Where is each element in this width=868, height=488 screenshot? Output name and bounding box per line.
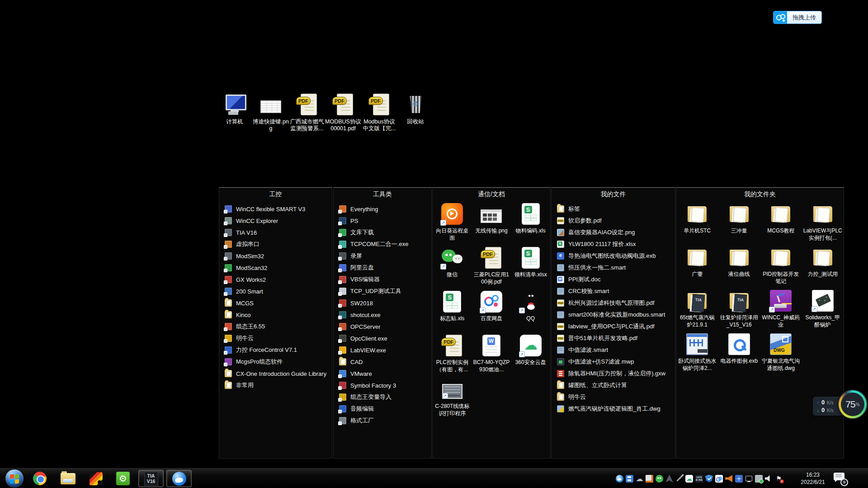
grid-item[interactable]: 微信 <box>433 246 472 290</box>
fence-title[interactable]: 我的文件 <box>552 188 675 200</box>
fence-item[interactable]: TCP_UDP测试工具 <box>339 285 429 297</box>
volume-icon[interactable] <box>765 475 773 483</box>
grid-item[interactable]: 三菱PLC应用100例.pdf <box>472 246 511 290</box>
clipboard-icon[interactable] <box>646 475 653 483</box>
fence-item[interactable]: 罐图纸、立式卧式计算 <box>557 379 673 391</box>
fence-item[interactable]: CRC校验.smart <box>557 285 673 297</box>
cloud-sync-icon[interactable]: ☁ <box>636 475 643 483</box>
taskbar-explorer-button[interactable] <box>58 469 78 488</box>
fence-item[interactable]: GX Works2 <box>225 274 330 285</box>
grid-item[interactable]: 宁夏银北电气沟通图纸.dwg <box>760 332 802 376</box>
grid-item[interactable]: 360安全云盘 <box>511 334 550 378</box>
fence-item[interactable]: OpcClient.exe <box>339 332 429 344</box>
action-center-flag-icon[interactable]: ⚑ <box>775 475 783 483</box>
grid-item[interactable]: C-280T线缆标识打印程序 <box>433 378 472 422</box>
fence-item[interactable]: smart200标准化实践新modbus.smart <box>557 309 673 321</box>
fence-item[interactable]: YLW1800 21117 报价.xlsx <box>557 238 673 250</box>
fence-item[interactable]: McgsPro组态软件 <box>225 356 330 368</box>
fence-item[interactable]: SW2018 <box>339 297 429 309</box>
fence-title[interactable]: 通信/文档 <box>433 188 550 200</box>
start-button[interactable] <box>5 469 24 488</box>
drag-upload-button[interactable]: 拖拽上传 <box>787 11 821 24</box>
fence-item[interactable]: 录屏 <box>339 250 429 262</box>
fence-item[interactable]: Kinco <box>225 309 330 321</box>
grid-item[interactable]: 卧式间接式热水锅炉菏泽2... <box>676 332 718 376</box>
desktop-icon[interactable]: 计算机 <box>217 93 253 132</box>
fence-item[interactable]: TIA V16 <box>225 227 330 238</box>
fence-item[interactable]: OPCServer <box>339 321 429 332</box>
grid-item[interactable]: LabVIEW与PLC实例打包(... <box>802 202 844 246</box>
desktop-icon[interactable]: Modbus协议中文版【完... <box>361 93 397 132</box>
fence-item[interactable]: 标签 <box>557 203 673 215</box>
fence-item[interactable]: 导热油电气图纸改电动阀电源.exb <box>557 250 673 262</box>
fence-item[interactable]: 200 Smart <box>225 285 330 297</box>
desktop-icon[interactable]: 广西城市燃气监测预警系... <box>289 93 325 132</box>
dark-arrow-icon[interactable] <box>665 475 673 483</box>
fence-item[interactable]: shotcut.exe <box>339 309 429 321</box>
fence-item[interactable]: WinCC Explorer <box>225 215 330 227</box>
fence-item[interactable]: ModScan32 <box>225 262 330 274</box>
desktop-icon[interactable]: MODBUS协议00001.pdf <box>325 93 361 132</box>
fence-panel[interactable]: 我的文件标签软启参数.pdf嘉信变频器AIAO设定.pngYLW1800 211… <box>551 187 675 459</box>
grid-item[interactable]: 力控_测试用 <box>802 246 844 289</box>
fence-item[interactable]: 杭州兴源过滤科技电气原理图.pdf <box>557 297 673 309</box>
fence-item[interactable]: 非常用 <box>225 379 330 391</box>
fence-item[interactable]: Everything <box>339 203 429 215</box>
fence-title[interactable]: 工控 <box>219 188 332 200</box>
notification-center-button[interactable]: 9 <box>834 473 846 483</box>
fence-item[interactable]: CX-One Introduction Guide Library <box>225 368 330 379</box>
taskbar-chrome-button[interactable] <box>30 469 50 488</box>
grid-item[interactable]: PID控制器开发笔记 <box>760 246 802 289</box>
fence-item[interactable]: 明牛云 <box>557 391 673 403</box>
fence-item[interactable]: 阿里云盘 <box>339 262 429 274</box>
grid-item[interactable]: 单片机STC <box>676 202 718 246</box>
fence-item[interactable]: CAD <box>339 356 429 368</box>
fence-panel[interactable]: 我的文件夹单片机STC三冲量MCGS教程LabVIEW与PLC实例打包(...广… <box>676 187 844 459</box>
grid-item[interactable]: 电器件图例.exb <box>718 332 760 376</box>
fence-item[interactable]: 嘉信变频器AIAO设定.png <box>557 227 673 238</box>
cloud-360-icon[interactable]: ☁ <box>685 475 693 483</box>
fence-item[interactable]: 明牛云 <box>225 332 330 344</box>
fence-item[interactable]: 恒压供水一拖二.smart <box>557 262 673 274</box>
fence-item[interactable]: PPI测试.doc <box>557 274 673 285</box>
fence-title[interactable]: 工具类 <box>334 188 431 200</box>
taskbar-tia-v16-button[interactable]: TIA V16 <box>138 470 164 487</box>
fence-item[interactable]: 格式工厂 <box>339 415 429 426</box>
fence-panel[interactable]: 工具类EverythingPS文库下载TCPCOME二合一.exe录屏阿里云盘V… <box>333 187 432 459</box>
fence-item[interactable]: 燃气蒸汽锅炉连锁逻辑图_肖工.dwg <box>557 403 673 415</box>
fence-item[interactable]: Symbol Factory 3 <box>339 379 429 391</box>
qq-browser-icon[interactable] <box>616 475 623 483</box>
grid-item[interactable]: PLC控制实例（有图，有... <box>433 334 472 378</box>
fence-item[interactable]: 普中51单片机开发攻略.pdf <box>557 332 673 344</box>
fence-item[interactable]: labview_使用OPC与PLC通讯.pdf <box>557 321 673 332</box>
taskbar-settings-button[interactable]: ⚙ <box>113 469 133 488</box>
grid-item[interactable]: 往复炉排菏泽用_V15_V16 <box>718 289 760 332</box>
grid-item[interactable]: Solidworks_甲醛锅炉 <box>802 289 844 332</box>
grid-item[interactable]: 领料清单.xlsx <box>511 246 550 290</box>
input-method-icon[interactable] <box>735 475 743 483</box>
baidu-netdisk-icon[interactable] <box>715 475 723 483</box>
grid-item[interactable]: 向日葵远程桌面 <box>433 202 472 246</box>
fence-item[interactable]: 中值滤波+仿S7滤波.mwp <box>557 356 673 368</box>
fence-item[interactable]: TCPCOME二合一.exe <box>339 238 429 250</box>
memory-usage-ball[interactable]: 75 % <box>838 389 868 419</box>
fence-item[interactable]: VBS编辑器 <box>339 274 429 285</box>
grid-item[interactable]: 广蓥 <box>676 246 718 289</box>
fence-item[interactable]: LabVIEW.exe <box>339 344 429 356</box>
fence-panel[interactable]: 工控WinCC flexible SMART V3WinCC ExplorerT… <box>219 187 332 459</box>
taskbar-qq-browser-button[interactable] <box>166 470 192 487</box>
fence-item[interactable]: VMware <box>339 368 429 379</box>
fence-panel[interactable]: 通信/文档向日葵远程桌面无线传输.png物料编码.xls微信三菱PLC应用100… <box>432 187 551 459</box>
grid-item[interactable]: 液位曲线 <box>718 246 760 289</box>
fence-item[interactable]: 虚拟串口 <box>225 238 330 250</box>
fence-item[interactable]: WinCC flexible SMART V3 <box>225 203 330 215</box>
fence-item[interactable]: 除氧器HMI(压力控制，液位启停).gxw <box>557 368 673 379</box>
network-icon[interactable] <box>745 475 753 483</box>
tool-icon[interactable] <box>675 475 683 483</box>
fence-item[interactable]: 软启参数.pdf <box>557 215 673 227</box>
license-manager-icon[interactable]: LICEN MA <box>695 475 703 483</box>
grid-item[interactable]: WINCC_神威药业 <box>760 289 802 332</box>
desktop-icon[interactable]: 博途快捷键.png <box>253 93 289 132</box>
taskbar-marker-button[interactable] <box>86 469 106 488</box>
grid-item[interactable]: QQ <box>511 290 550 334</box>
